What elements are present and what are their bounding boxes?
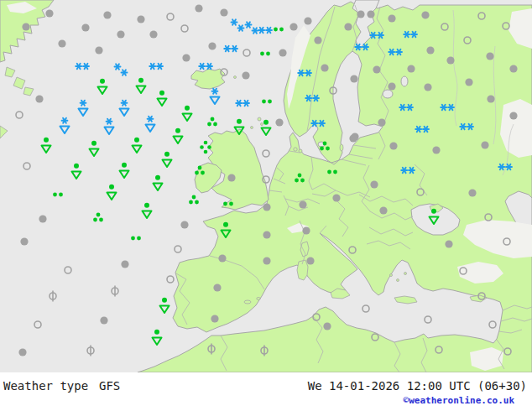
product-label: Weather type [3,379,88,393]
copyright[interactable]: ©weatheronline.co.uk [404,395,514,406]
map-area [0,0,532,372]
model-label: GFS [99,379,120,393]
europe-map [0,0,532,372]
lake-onega [401,76,408,86]
lake-ladoga [383,90,393,98]
weather-map-screenshot: Weather type GFS We 14-01-2026 12:00 UTC… [0,0,532,411]
footer: Weather type GFS We 14-01-2026 12:00 UTC… [0,372,532,411]
valid-time: We 14-01-2026 12:00 UTC (06+30) [308,379,527,393]
